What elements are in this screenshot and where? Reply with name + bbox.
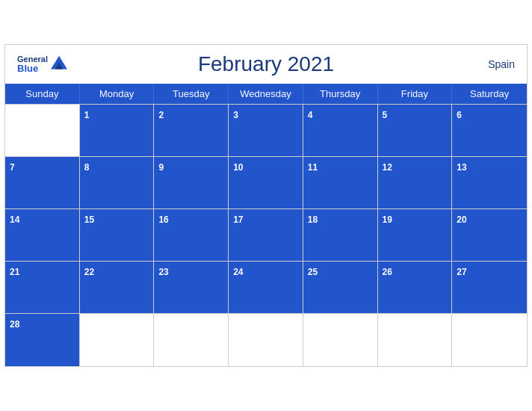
calendar: General Blue February 2021 Spain Sunday … bbox=[4, 44, 528, 367]
day-cell: 27 bbox=[452, 262, 527, 314]
day-number: 21 bbox=[10, 267, 19, 277]
day-number: 12 bbox=[383, 162, 392, 173]
day-number: 1 bbox=[84, 110, 90, 120]
day-header-monday: Monday bbox=[80, 84, 155, 104]
day-number: 4 bbox=[308, 110, 313, 120]
day-cell: 18 bbox=[303, 209, 378, 262]
day-cell: 3 bbox=[229, 105, 303, 157]
day-number: 22 bbox=[84, 267, 94, 277]
day-header-wednesday: Wednesday bbox=[229, 84, 303, 104]
day-number: 7 bbox=[10, 162, 15, 173]
day-cell: 24 bbox=[229, 262, 303, 314]
day-number: 11 bbox=[308, 162, 318, 173]
day-cell: 20 bbox=[452, 209, 527, 262]
day-number: 24 bbox=[233, 267, 243, 277]
day-number: 28 bbox=[10, 319, 19, 330]
day-header-friday: Friday bbox=[378, 84, 453, 104]
day-number: 23 bbox=[158, 267, 168, 277]
day-number: 17 bbox=[233, 214, 243, 225]
day-number: 26 bbox=[383, 267, 392, 277]
day-number: 13 bbox=[457, 162, 466, 173]
day-cell: 19 bbox=[378, 209, 453, 262]
day-number: 18 bbox=[308, 214, 318, 225]
day-cell: 9 bbox=[154, 157, 229, 209]
logo-icon bbox=[51, 56, 67, 69]
day-cell bbox=[80, 314, 155, 366]
day-cell: 5 bbox=[378, 105, 453, 157]
country-label: Spain bbox=[488, 58, 515, 70]
day-number: 8 bbox=[84, 162, 90, 173]
day-cell: 10 bbox=[229, 157, 303, 209]
day-number: 6 bbox=[457, 110, 462, 120]
day-cell: 1 bbox=[80, 105, 155, 157]
day-cell: 25 bbox=[303, 262, 378, 314]
day-header-thursday: Thursday bbox=[303, 84, 378, 104]
day-cell: 16 bbox=[154, 209, 229, 262]
day-number: 15 bbox=[84, 214, 94, 225]
day-cell: 8 bbox=[80, 157, 155, 209]
day-number: 3 bbox=[233, 110, 238, 120]
day-cell: 14 bbox=[5, 209, 80, 262]
day-cell: 2 bbox=[154, 105, 229, 157]
logo-blue: Blue bbox=[17, 64, 48, 74]
day-number: 20 bbox=[457, 214, 466, 225]
day-cell: 4 bbox=[303, 105, 378, 157]
logo-area: General Blue bbox=[17, 55, 67, 74]
calendar-grid: 1234567891011121314151617181920212223242… bbox=[5, 104, 527, 366]
day-cell: 22 bbox=[80, 262, 155, 314]
day-header-saturday: Saturday bbox=[452, 84, 527, 104]
day-cell: 13 bbox=[452, 157, 527, 209]
day-number: 2 bbox=[158, 110, 164, 120]
day-number: 27 bbox=[457, 267, 466, 277]
day-cell: 17 bbox=[229, 209, 303, 262]
day-number: 10 bbox=[233, 162, 243, 173]
day-cell bbox=[229, 314, 303, 366]
day-cell: 12 bbox=[378, 157, 453, 209]
day-number: 9 bbox=[158, 162, 164, 173]
days-header: Sunday Monday Tuesday Wednesday Thursday… bbox=[5, 84, 527, 104]
day-cell: 11 bbox=[303, 157, 378, 209]
day-cell: 28 bbox=[5, 314, 80, 366]
day-cell: 15 bbox=[80, 209, 155, 262]
day-cell bbox=[154, 314, 229, 366]
day-cell bbox=[303, 314, 378, 366]
day-cell bbox=[378, 314, 453, 366]
day-number: 5 bbox=[383, 110, 388, 120]
day-number: 19 bbox=[383, 214, 392, 225]
day-cell: 26 bbox=[378, 262, 453, 314]
day-cell bbox=[5, 105, 80, 157]
day-cell: 23 bbox=[154, 262, 229, 314]
month-title: February 2021 bbox=[198, 52, 334, 76]
day-number: 25 bbox=[308, 267, 318, 277]
calendar-header: General Blue February 2021 Spain bbox=[5, 45, 527, 84]
day-cell: 7 bbox=[5, 157, 80, 209]
day-cell: 6 bbox=[452, 105, 527, 157]
day-header-tuesday: Tuesday bbox=[154, 84, 229, 104]
day-number: 14 bbox=[10, 214, 19, 225]
day-number: 16 bbox=[158, 214, 168, 225]
day-header-sunday: Sunday bbox=[5, 84, 80, 104]
day-cell bbox=[452, 314, 527, 366]
day-cell: 21 bbox=[5, 262, 80, 314]
